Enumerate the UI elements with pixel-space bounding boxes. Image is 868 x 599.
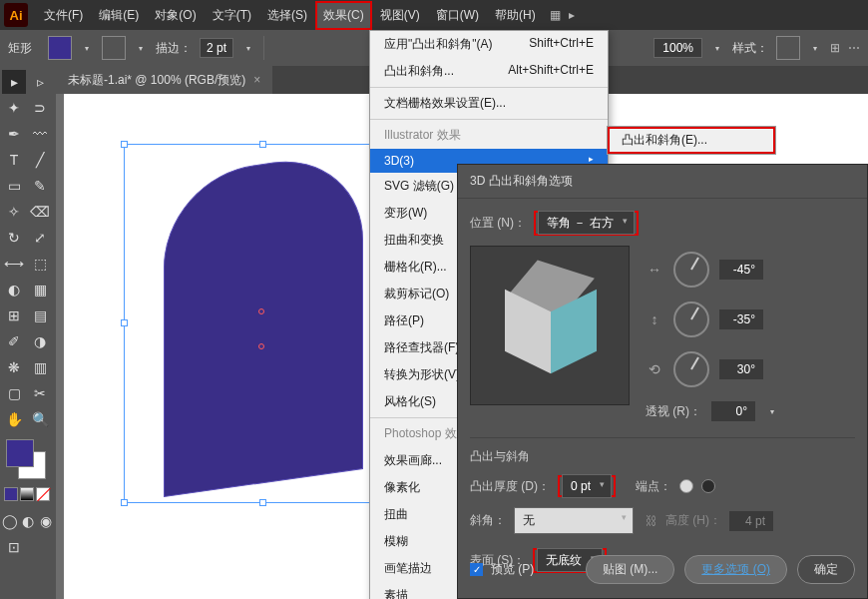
stroke-dropdown-icon[interactable]: ▾ xyxy=(134,41,148,55)
zoom-value[interactable]: 100% xyxy=(653,38,702,58)
screen-mode[interactable]: ⊡ xyxy=(2,535,26,559)
prefs-icon[interactable]: ⋯ xyxy=(848,41,860,55)
menu-bar: 文件(F) 编辑(E) 对象(O) 文字(T) 选择(S) 效果(C) 视图(V… xyxy=(36,1,544,30)
menu-help[interactable]: 帮助(H) xyxy=(487,1,544,30)
blend-tool[interactable]: ◑ xyxy=(28,329,52,353)
anchor-point[interactable] xyxy=(258,343,264,349)
stroke-stepper-icon[interactable]: ▾ xyxy=(241,41,255,55)
menu-object[interactable]: 对象(O) xyxy=(147,1,204,30)
selection-tool[interactable]: ▸ xyxy=(2,70,26,94)
y-dial[interactable] xyxy=(673,301,709,337)
direct-select-tool[interactable]: ▹ xyxy=(28,70,52,94)
doc-setup-icon[interactable]: ⊞ xyxy=(830,41,840,55)
line-tool[interactable]: ╱ xyxy=(28,148,52,172)
scale-tool[interactable]: ⤢ xyxy=(28,226,52,250)
eyedropper-tool[interactable]: ✐ xyxy=(2,329,26,353)
z-dial[interactable] xyxy=(673,351,709,387)
graph-tool[interactable]: ▥ xyxy=(28,355,52,379)
menu-type[interactable]: 文字(T) xyxy=(205,1,259,30)
fill-dropdown-icon[interactable]: ▾ xyxy=(80,41,94,55)
menu-doc-raster[interactable]: 文档栅格效果设置(E)... xyxy=(370,90,608,117)
menu-edit[interactable]: 编辑(E) xyxy=(91,1,147,30)
rect-tool[interactable]: ▭ xyxy=(2,174,26,198)
curvature-tool[interactable]: 〰 xyxy=(28,122,52,146)
menu-apply-effect[interactable]: 应用"凸出和斜角"(A)Shift+Ctrl+E xyxy=(370,31,608,58)
style-swatch[interactable] xyxy=(776,36,800,60)
gradient-tool[interactable]: ▤ xyxy=(28,303,52,327)
section-extrude: 凸出与斜角 xyxy=(470,437,855,465)
arrow-icon[interactable]: ▸ xyxy=(569,8,575,22)
fill-swatch[interactable] xyxy=(48,36,72,60)
mini-swatch-none[interactable] xyxy=(36,487,50,501)
bevel-label: 斜角： xyxy=(470,512,506,529)
preview-checkbox[interactable]: ✓ xyxy=(470,563,483,576)
cap-on-radio[interactable] xyxy=(679,479,693,493)
shaper-tool[interactable]: ✧ xyxy=(2,200,26,224)
color-picker[interactable] xyxy=(2,437,54,481)
wand-tool[interactable]: ✦ xyxy=(2,96,26,120)
cap-off-radio[interactable] xyxy=(701,479,715,493)
free-transform-tool[interactable]: ⬚ xyxy=(28,252,52,276)
x-angle[interactable]: -45° xyxy=(719,260,763,280)
style-label: 样式： xyxy=(732,40,768,57)
x-dial[interactable] xyxy=(673,252,709,288)
lasso-tool[interactable]: ⊃ xyxy=(28,96,52,120)
anchor-point[interactable] xyxy=(258,308,264,314)
draw-mode-normal[interactable]: ◯ xyxy=(2,509,18,533)
draw-mode-behind[interactable]: ◐ xyxy=(20,509,36,533)
z-angle[interactable]: 30° xyxy=(719,359,763,379)
submenu-extrude[interactable]: 凸出和斜角(E)... xyxy=(608,127,775,154)
symbol-tool[interactable]: ❋ xyxy=(2,355,26,379)
3d-preview[interactable] xyxy=(470,246,630,405)
bevel-select[interactable]: 无 xyxy=(514,507,634,534)
draw-mode-inside[interactable]: ◉ xyxy=(38,509,54,533)
menu-file[interactable]: 文件(F) xyxy=(36,1,91,30)
more-options-button[interactable]: 更多选项 (O) xyxy=(684,555,787,584)
depth-label: 凸出厚度 (D)： xyxy=(470,478,550,495)
mini-swatch-fill[interactable] xyxy=(4,487,18,501)
toolbox: ▸▹ ✦⊃ ✒〰 T╱ ▭✎ ✧⌫ ↻⤢ ⟷⬚ ◐▦ ⊞▤ ✐◑ ❋▥ ▢✂ ✋… xyxy=(0,66,56,599)
type-tool[interactable]: T xyxy=(2,148,26,172)
hand-tool[interactable]: ✋ xyxy=(2,407,26,431)
stroke-swatch[interactable] xyxy=(102,36,126,60)
slice-tool[interactable]: ✂ xyxy=(28,381,52,405)
tab-close-icon[interactable]: × xyxy=(253,73,260,87)
ok-button[interactable]: 确定 xyxy=(797,555,855,584)
shape-label: 矩形 xyxy=(8,40,32,57)
cap-label: 端点： xyxy=(636,478,671,495)
eraser-tool[interactable]: ⌫ xyxy=(28,200,52,224)
artwork-selection[interactable] xyxy=(124,144,403,503)
rotate-y-icon: ↕ xyxy=(646,310,663,328)
document-tab[interactable]: 未标题-1.ai* @ 100% (RGB/预览) × xyxy=(56,66,272,94)
menu-window[interactable]: 窗口(W) xyxy=(428,1,487,30)
pen-tool[interactable]: ✒ xyxy=(2,122,26,146)
position-select[interactable]: 等角 － 右方 xyxy=(538,211,635,235)
link-icon[interactable]: ⛓ xyxy=(646,514,657,528)
fg-color-swatch[interactable] xyxy=(6,439,34,467)
menu-view[interactable]: 视图(V) xyxy=(372,1,428,30)
position-label: 位置 (N)： xyxy=(470,215,526,232)
shape-builder-tool[interactable]: ◐ xyxy=(2,278,26,301)
menu-last-effect[interactable]: 凸出和斜角...Alt+Shift+Ctrl+E xyxy=(370,58,608,85)
zoom-tool[interactable]: 🔍 xyxy=(28,407,52,431)
app-logo: Ai xyxy=(4,3,28,27)
mesh-tool[interactable]: ⊞ xyxy=(2,303,26,327)
y-angle[interactable]: -35° xyxy=(719,309,763,329)
width-tool[interactable]: ⟷ xyxy=(2,252,26,276)
perspective-tool[interactable]: ▦ xyxy=(28,278,52,301)
perspective-value[interactable]: 0° xyxy=(711,401,755,421)
menu-select[interactable]: 选择(S) xyxy=(259,1,315,30)
mini-swatch-gradient[interactable] xyxy=(20,487,34,501)
menu-effect[interactable]: 效果(C) xyxy=(315,1,372,30)
dialog-title: 3D 凸出和斜角选项 xyxy=(458,165,867,199)
brush-tool[interactable]: ✎ xyxy=(28,174,52,198)
zoom-dropdown-icon[interactable]: ▾ xyxy=(710,41,724,55)
artboard-tool[interactable]: ▢ xyxy=(2,381,26,405)
tab-title: 未标题-1.ai* @ 100% (RGB/预览) xyxy=(68,72,245,89)
depth-value[interactable]: 0 pt xyxy=(562,474,612,498)
grid-icon[interactable]: ▦ xyxy=(550,8,561,22)
map-button[interactable]: 贴图 (M)... xyxy=(586,555,674,584)
rotate-tool[interactable]: ↻ xyxy=(2,226,26,250)
stroke-value[interactable]: 2 pt xyxy=(200,38,233,58)
stroke-label: 描边： xyxy=(156,40,192,57)
